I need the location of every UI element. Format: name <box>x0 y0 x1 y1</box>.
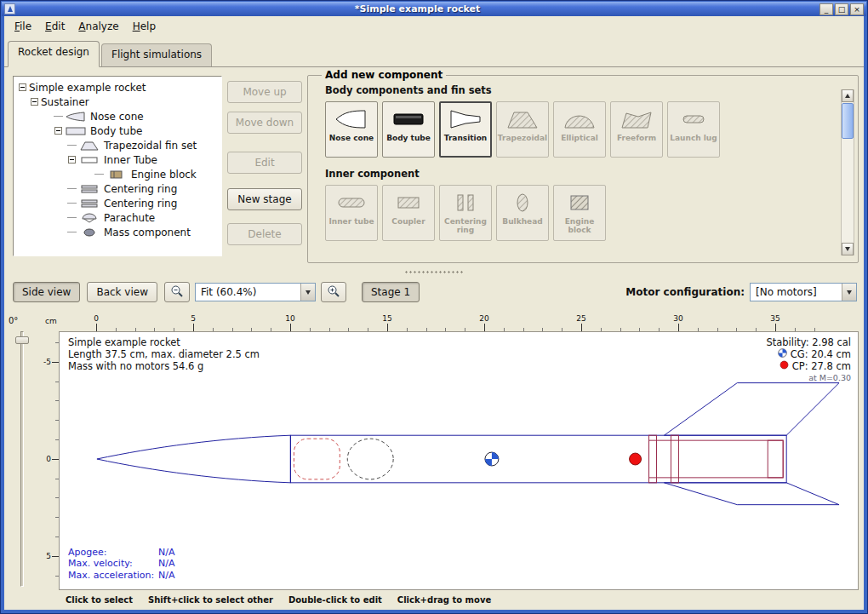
engine-block-outline[interactable] <box>768 440 783 478</box>
parachute-dashed[interactable] <box>294 439 340 479</box>
ruler-label: 30 <box>673 314 682 323</box>
zoom-in-button[interactable] <box>321 282 346 302</box>
scroll-up-icon[interactable] <box>842 89 854 102</box>
tab-flight-simulations[interactable]: Flight simulations <box>101 43 212 66</box>
zoom-select[interactable]: Fit (60.4%) <box>195 283 316 301</box>
collapse-icon[interactable] <box>68 156 76 164</box>
tree-item-parachute[interactable]: Parachute <box>15 210 220 225</box>
move-up-button[interactable]: Move up <box>227 81 302 103</box>
motor-configuration-select[interactable]: [No motors] <box>750 283 857 301</box>
maximize-button[interactable]: □ <box>835 3 848 15</box>
ruler-label: 5 <box>191 314 196 323</box>
chevron-down-icon[interactable] <box>842 284 856 301</box>
transition-icon <box>448 106 483 132</box>
add-nose-cone-button[interactable]: Nose cone <box>325 101 378 158</box>
flight-stats: Apogee:N/A Max. velocity:N/A Max. accele… <box>68 547 174 582</box>
tree-item-fin-set[interactable]: Trapezoidal fin set <box>15 138 220 152</box>
mass-component-dashed[interactable] <box>347 439 393 479</box>
nose-cone-icon <box>334 106 368 132</box>
tree-item-nose-cone[interactable]: Nose cone <box>15 109 220 123</box>
centering-ring-2-outline[interactable] <box>671 435 678 483</box>
app-icon[interactable] <box>4 3 15 14</box>
parachute-icon <box>78 213 100 223</box>
tree-item-inner-tube[interactable]: Inner Tube <box>15 152 220 167</box>
back-view-button[interactable]: Back view <box>87 282 157 302</box>
inner-component-label: Inner component <box>325 168 839 180</box>
zoom-out-button[interactable] <box>164 282 190 302</box>
body-tube-outline[interactable] <box>290 435 786 483</box>
fin-set-icon <box>78 141 100 151</box>
tree-item-rocket[interactable]: Simple example rocket <box>15 80 220 95</box>
stage-1-toggle[interactable]: Stage 1 <box>362 282 420 302</box>
max-acceleration-value: N/A <box>158 570 174 581</box>
hint-double-click: Double-click to edit <box>288 595 382 605</box>
centering-ring-icon <box>448 190 483 215</box>
add-body-tube-button[interactable]: Body tube <box>382 101 435 158</box>
window-title: *Simple example rocket <box>15 3 819 14</box>
add-freeform-button[interactable]: Freeform <box>610 101 663 158</box>
add-inner-tube-button[interactable]: Inner tube <box>325 185 378 241</box>
centering-ring-1-outline[interactable] <box>649 435 657 483</box>
hint-shift-click: Shift+click to select other <box>148 595 273 605</box>
tree-item-engine-block[interactable]: Engine block <box>15 167 220 181</box>
close-button[interactable]: × <box>850 3 864 15</box>
menu-analyze[interactable]: Analyze <box>71 18 125 35</box>
tab-strip: Rocket design Flight simulations <box>4 37 864 67</box>
engine-block-icon <box>562 190 597 215</box>
tree-item-sustainer[interactable]: Sustainer <box>15 95 220 109</box>
fin-lower[interactable] <box>664 483 839 505</box>
component-panel-scrollbar[interactable] <box>841 89 854 255</box>
tree-item-centering-ring-2[interactable]: Centering ring <box>15 196 220 210</box>
tree-item-mass-component[interactable]: Mass component <box>15 225 220 239</box>
fin-upper[interactable] <box>664 383 839 436</box>
mach-condition: at M=0.30 <box>766 372 851 384</box>
body-tube-icon <box>391 106 425 132</box>
collapse-icon[interactable] <box>19 83 26 91</box>
hint-click-select: Click to select <box>66 595 133 605</box>
window-content: File Edit Analyze Help Rocket design Fli… <box>4 16 864 610</box>
add-trapezoidal-button[interactable]: Trapezoidal <box>496 101 549 158</box>
body-components-label: Body components and fin sets <box>325 84 839 96</box>
collapse-icon[interactable] <box>31 98 38 106</box>
tree-item-centering-ring-1[interactable]: Centering ring <box>15 181 220 196</box>
ruler-unit-label: cm <box>45 317 57 325</box>
horizontal-ruler: 0 5 10 15 20 25 30 35 <box>59 314 859 331</box>
scrollbar-thumb[interactable] <box>842 103 854 139</box>
add-elliptical-button[interactable]: Elliptical <box>553 101 606 158</box>
edit-button[interactable]: Edit <box>227 152 302 174</box>
minimize-button[interactable]: _ <box>819 3 833 15</box>
title-bar[interactable]: *Simple example rocket _ □ × <box>2 2 866 16</box>
menu-edit[interactable]: Edit <box>38 18 71 35</box>
nose-cone-outline[interactable] <box>97 435 291 483</box>
scroll-down-icon[interactable] <box>842 243 854 255</box>
freeform-fin-icon <box>620 106 654 132</box>
menu-help[interactable]: Help <box>126 18 163 35</box>
add-bulkhead-button[interactable]: Bulkhead <box>496 185 549 241</box>
body-component-buttons: Nose cone Body tube Transition Trapezoid… <box>325 101 839 158</box>
rotation-slider-handle[interactable] <box>15 336 29 344</box>
collapse-icon[interactable] <box>54 127 62 135</box>
add-launch-lug-button[interactable]: Launch lug <box>667 101 720 158</box>
menu-file[interactable]: File <box>8 18 38 35</box>
cp-marker <box>630 453 642 465</box>
splitter-handle[interactable] <box>4 268 864 277</box>
delete-button[interactable]: Delete <box>227 223 302 245</box>
add-coupler-button[interactable]: Coupler <box>382 185 435 241</box>
move-down-button[interactable]: Move down <box>227 112 302 134</box>
apogee-value: N/A <box>158 547 174 558</box>
add-engine-block-button[interactable]: Engine block <box>553 185 606 241</box>
nose-cone-icon <box>65 112 87 122</box>
cg-icon <box>778 348 787 360</box>
add-centering-ring-button[interactable]: Centering ring <box>439 185 492 241</box>
rocket-canvas[interactable]: Simple example rocket Length 37.5 cm, ma… <box>59 331 859 590</box>
rotation-slider[interactable] <box>20 331 24 587</box>
new-stage-button[interactable]: New stage <box>227 188 302 210</box>
tab-rocket-design[interactable]: Rocket design <box>8 41 100 67</box>
side-view-button[interactable]: Side view <box>13 282 80 302</box>
inner-tube-outline[interactable] <box>649 440 784 478</box>
add-transition-button[interactable]: Transition <box>439 101 492 158</box>
app-window: *Simple example rocket _ □ × File Edit A… <box>0 0 868 614</box>
chevron-down-icon[interactable] <box>300 284 315 301</box>
ruler-label: 25 <box>576 314 585 323</box>
tree-item-body-tube[interactable]: Body tube <box>15 123 220 138</box>
